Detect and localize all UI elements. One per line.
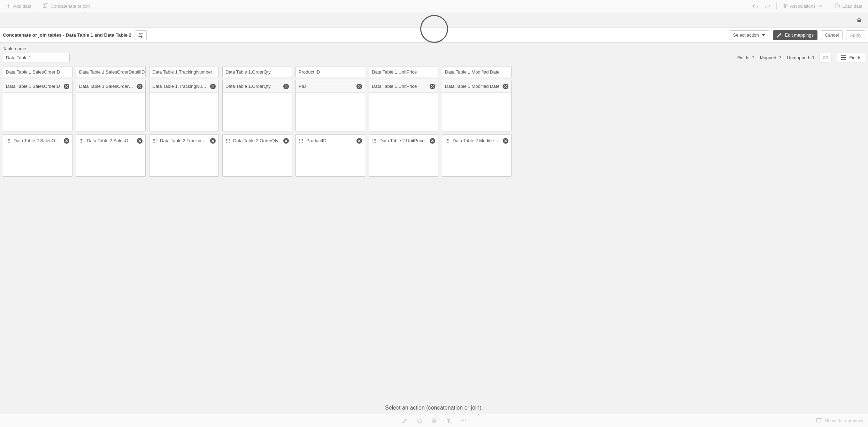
more-icon[interactable] <box>461 418 466 424</box>
column-header-input[interactable]: Data Table 1.UnitPrice <box>369 67 438 77</box>
fields-menu-button[interactable]: Fields <box>837 53 865 62</box>
column-header-input[interactable]: Data Table 1.Modified Date <box>442 67 512 77</box>
remove-mapping-icon[interactable] <box>210 138 216 144</box>
column-header-input[interactable]: Data Table 1.SalesOrderID <box>3 67 72 77</box>
swap-button[interactable] <box>135 30 147 40</box>
table-name-input[interactable]: Data Table 1 <box>3 53 70 62</box>
home-icon[interactable] <box>856 17 862 23</box>
mapped-field-label: PID <box>299 84 354 89</box>
remove-mapping-icon[interactable] <box>503 138 508 144</box>
load-data-button[interactable]: Load data <box>832 2 865 10</box>
remove-mapping-icon[interactable] <box>64 138 69 144</box>
mapped-field-row[interactable]: Data Table 1.UnitPrice <box>369 80 438 93</box>
svg-point-58 <box>375 142 376 142</box>
svg-point-19 <box>83 140 83 141</box>
svg-point-30 <box>154 142 155 142</box>
concat-join-button[interactable]: Concatenate or join <box>40 2 93 10</box>
mapped-field-label: Data Table 1.SalesOrder… <box>79 84 134 89</box>
remove-mapping-icon[interactable] <box>137 84 143 89</box>
remove-mapping-icon[interactable] <box>283 138 289 144</box>
mapped-field-row[interactable]: Data Table 2.Modifie… <box>442 135 511 147</box>
svg-point-23 <box>153 139 154 139</box>
svg-point-39 <box>228 142 228 142</box>
mapping-column: Data Table 1.SalesOrderDetailID Data Tab… <box>76 67 146 177</box>
remove-mapping-icon[interactable] <box>356 84 362 89</box>
mapped-field-row[interactable]: PID <box>296 80 365 93</box>
svg-point-16 <box>83 139 83 139</box>
drag-handle-icon[interactable] <box>299 138 304 143</box>
source1-box: Data Table 1.Modified Date <box>442 80 512 131</box>
svg-point-66 <box>447 142 448 142</box>
mapped-field-row[interactable]: Data Table 2.OrderQty <box>223 135 292 147</box>
mapping-column: Data Table 1.UnitPrice Data Table 1.Unit… <box>369 67 438 177</box>
bubble-node[interactable] <box>420 15 448 43</box>
toolbar-separator <box>37 2 37 10</box>
svg-point-36 <box>228 140 228 141</box>
svg-point-53 <box>372 140 373 141</box>
mapping-column: Data Table 1.SalesOrderID Data Table 1.S… <box>3 67 72 177</box>
field-stats: Fields: 7 Mapped: 7 Unmapped: 0 Fields <box>737 53 865 62</box>
mapped-field-row[interactable]: Data Table 1.SalesOrder… <box>76 80 145 93</box>
cancel-button[interactable]: Cancel <box>821 30 843 40</box>
mapped-field-row[interactable]: Data Table 2.UnitPrice <box>369 135 438 147</box>
svg-point-20 <box>80 142 80 142</box>
trash-icon[interactable] <box>431 418 437 424</box>
add-data-button[interactable]: Add data <box>3 2 34 10</box>
edit-mappings-button[interactable]: Edit mappings <box>773 30 817 40</box>
mapped-field-row[interactable]: Data Table 1.SalesOrderID <box>3 80 72 93</box>
source1-box: Data Table 1.SalesOrderID <box>3 80 72 131</box>
svg-point-12 <box>8 142 9 142</box>
svg-rect-1 <box>45 3 48 7</box>
pencil-icon[interactable] <box>402 418 408 424</box>
action-prompt: Select an action (concatenation or join)… <box>0 405 868 411</box>
drag-handle-icon[interactable] <box>6 138 11 143</box>
remove-mapping-icon[interactable] <box>210 84 216 89</box>
mapped-field-row[interactable]: Data Table 2.SalesOr… <box>3 135 72 147</box>
remove-mapping-icon[interactable] <box>64 84 69 89</box>
source1-box: Data Table 1.UnitPrice <box>369 80 438 131</box>
associations-button[interactable]: Associations <box>779 2 826 10</box>
mapped-field-row[interactable]: Data Table 1.TrackingNu… <box>149 80 218 93</box>
mapped-field-row[interactable]: Data Table 1.Modified Date <box>442 80 511 93</box>
drag-handle-icon[interactable] <box>79 138 84 143</box>
svg-point-8 <box>7 140 7 141</box>
remove-mapping-icon[interactable] <box>283 84 289 89</box>
svg-point-37 <box>229 140 230 141</box>
drag-handle-icon[interactable] <box>152 138 157 143</box>
select-action-dropdown[interactable]: Select action <box>729 30 769 40</box>
remove-mapping-icon[interactable] <box>137 138 143 144</box>
show-data-preview-button[interactable]: Show data preview <box>816 418 863 424</box>
remove-mapping-icon[interactable] <box>503 84 508 89</box>
column-header-input[interactable]: Data Table 1.TrackingNumber <box>149 67 219 77</box>
source2-box: ProductID <box>295 134 365 177</box>
undo-button[interactable] <box>750 2 761 10</box>
preview-visibility-button[interactable] <box>820 53 831 62</box>
apply-button[interactable]: Apply <box>846 30 865 40</box>
mapped-field-row[interactable]: ProductID <box>296 135 365 147</box>
svg-point-9 <box>8 140 9 141</box>
filter-clear-icon[interactable] <box>446 418 452 424</box>
remove-mapping-icon[interactable] <box>430 138 435 144</box>
source1-box: PID <box>295 80 365 131</box>
mapped-field-row[interactable]: Data Table 2.Trackin… <box>149 135 218 147</box>
source2-box: Data Table 2.UnitPrice <box>369 134 438 177</box>
refresh-icon[interactable] <box>417 418 422 424</box>
column-header-input[interactable]: Data Table 1.SalesOrderDetailID <box>76 67 146 77</box>
svg-point-2 <box>784 5 786 7</box>
drag-handle-icon[interactable] <box>372 138 377 143</box>
mapped-field-row[interactable]: Data Table 2.SalesOr… <box>76 135 145 147</box>
column-header-input[interactable]: Data Table 1.OrderQty <box>222 67 292 77</box>
mapped-field-row[interactable]: Data Table 1.OrderQty <box>223 80 292 93</box>
select-action-label: Select action <box>733 32 759 38</box>
svg-point-51 <box>374 139 375 139</box>
redo-button[interactable] <box>762 2 774 10</box>
show-data-preview-label: Show data preview <box>825 418 863 423</box>
remove-mapping-icon[interactable] <box>356 138 362 144</box>
drag-handle-icon[interactable] <box>225 138 230 143</box>
column-header-input[interactable]: Product ID <box>295 67 365 77</box>
svg-point-15 <box>81 139 82 139</box>
remove-mapping-icon[interactable] <box>430 84 435 89</box>
list-icon <box>841 55 846 60</box>
bubble-strip <box>0 12 868 28</box>
drag-handle-icon[interactable] <box>445 138 450 143</box>
